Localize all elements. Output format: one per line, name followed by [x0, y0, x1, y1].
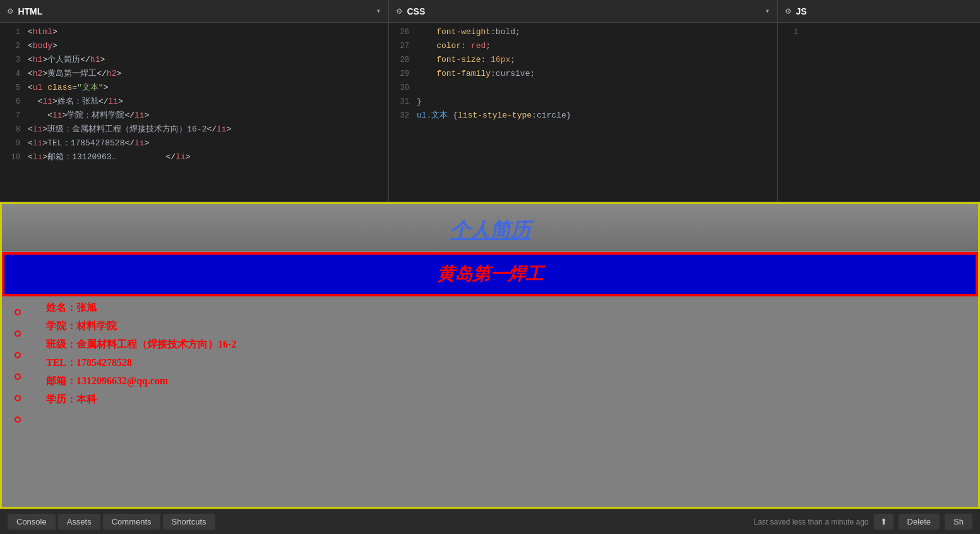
code-line: 6 <li>姓名：张旭</li>	[0, 95, 388, 109]
preview-bullets	[15, 301, 21, 423]
css-chevron-icon[interactable]: ▾	[765, 6, 770, 16]
html-gear-icon[interactable]: ⚙	[8, 6, 13, 16]
html-panel-title: HTML	[18, 6, 42, 16]
code-line: 32 ul.文本 {list-style-type:circle}	[389, 109, 777, 123]
html-editor-content[interactable]: 1 <html> 2 <body> 3 <h1>个人简历</h1> 4 <h2>…	[0, 23, 388, 201]
preview-area: 个人简历 黄岛第一焊工 姓名：张旭 学院：材料学院 班级：金属材料工程（焊接技术…	[0, 202, 980, 509]
preview-inner: 个人简历 黄岛第一焊工 姓名：张旭 学院：材料学院 班级：金属材料工程（焊接技术…	[2, 204, 978, 507]
list-item: TEL：17854278528	[46, 356, 236, 370]
css-header-left: ⚙ CSS	[397, 6, 425, 16]
list-item: 班级：金属材料工程（焊接技术方向）16-2	[46, 338, 236, 351]
code-line: 7 <li>学院：材料学院</li>	[0, 109, 388, 123]
assets-button[interactable]: Assets	[58, 514, 100, 530]
code-line: 26 font-weight:bold;	[389, 25, 777, 39]
share-button[interactable]: Sh	[945, 514, 972, 530]
list-bullet	[15, 416, 21, 423]
editors-row: ⚙ HTML ▾ 1 <html> 2 <body> 3 <h1>个人简历</h…	[0, 0, 980, 202]
list-bullet	[15, 395, 21, 401]
css-gear-icon[interactable]: ⚙	[397, 6, 402, 16]
preview-list-area: 姓名：张旭 学院：材料学院 班级：金属材料工程（焊接技术方向）16-2 TEL：…	[2, 296, 978, 428]
css-panel-title: CSS	[407, 6, 425, 16]
list-bullet	[15, 331, 21, 337]
list-item: 邮箱：1312096632@qq.com	[46, 375, 236, 388]
code-line: 4 <h2>黄岛第一焊工</h2>	[0, 67, 388, 81]
console-button[interactable]: Console	[8, 514, 56, 530]
preview-h2: 黄岛第一焊工	[4, 255, 976, 294]
js-gear-icon[interactable]: ⚙	[786, 6, 791, 16]
css-editor-content[interactable]: 26 font-weight:bold; 27 color: red; 28 f…	[389, 23, 777, 201]
js-header-left: ⚙ JS	[786, 6, 807, 16]
code-line: 3 <h1>个人简历</h1>	[0, 53, 388, 67]
html-panel-header: ⚙ HTML ▾	[0, 0, 388, 23]
js-panel: ⚙ JS 1	[778, 0, 980, 201]
preview-h2-wrapper: 黄岛第一焊工	[2, 252, 978, 296]
js-panel-title: JS	[796, 6, 806, 16]
html-header-left: ⚙ HTML	[8, 6, 42, 16]
bottom-bar: Console Assets Comments Shortcuts Last s…	[0, 509, 980, 534]
code-line: 8 <li>班级：金属材料工程（焊接技术方向）16-2</li>	[0, 123, 388, 137]
js-panel-header: ⚙ JS	[778, 0, 980, 23]
list-item: 学历：本科	[46, 393, 236, 406]
list-item: 学院：材料学院	[46, 320, 236, 333]
html-panel: ⚙ HTML ▾ 1 <html> 2 <body> 3 <h1>个人简历</h…	[0, 0, 389, 201]
code-line: 1	[778, 25, 980, 39]
code-line: 5 <ul class="文本">	[0, 81, 388, 95]
code-line: 29 font-family:cursive;	[389, 67, 777, 81]
code-line: 30	[389, 81, 777, 95]
comments-button[interactable]: Comments	[103, 514, 160, 530]
code-line: 2 <body>	[0, 39, 388, 53]
code-line: 28 font-size: 16px;	[389, 53, 777, 67]
shortcuts-button[interactable]: Shortcuts	[163, 514, 215, 530]
list-bullet	[15, 309, 21, 315]
css-panel: ⚙ CSS ▾ 26 font-weight:bold; 27 color: r…	[389, 0, 778, 201]
code-line: 10 <li>邮箱：13120963… </li>	[0, 150, 388, 164]
js-editor-content[interactable]: 1	[778, 23, 980, 201]
code-line: 1 <html>	[0, 25, 388, 39]
save-icon-button[interactable]: ⬆	[874, 514, 893, 530]
bottom-bar-right: Last saved less than a minute ago ⬆ Dele…	[753, 514, 972, 530]
list-bullet	[15, 352, 21, 358]
html-chevron-icon[interactable]: ▾	[376, 6, 381, 16]
css-panel-header: ⚙ CSS ▾	[389, 0, 777, 23]
code-line: 9 <li>TEL：17854278528</li>	[0, 137, 388, 150]
list-bullet	[15, 373, 21, 380]
save-status-text: Last saved less than a minute ago	[753, 518, 868, 526]
code-line: 27 color: red;	[389, 39, 777, 53]
preview-h1: 个人简历	[2, 204, 978, 251]
preview-list-items: 姓名：张旭 学院：材料学院 班级：金属材料工程（焊接技术方向）16-2 TEL：…	[46, 301, 236, 423]
bottom-bar-left: Console Assets Comments Shortcuts	[8, 514, 215, 530]
code-line: 31 }	[389, 95, 777, 109]
list-item: 姓名：张旭	[46, 301, 236, 315]
delete-button[interactable]: Delete	[899, 514, 940, 530]
